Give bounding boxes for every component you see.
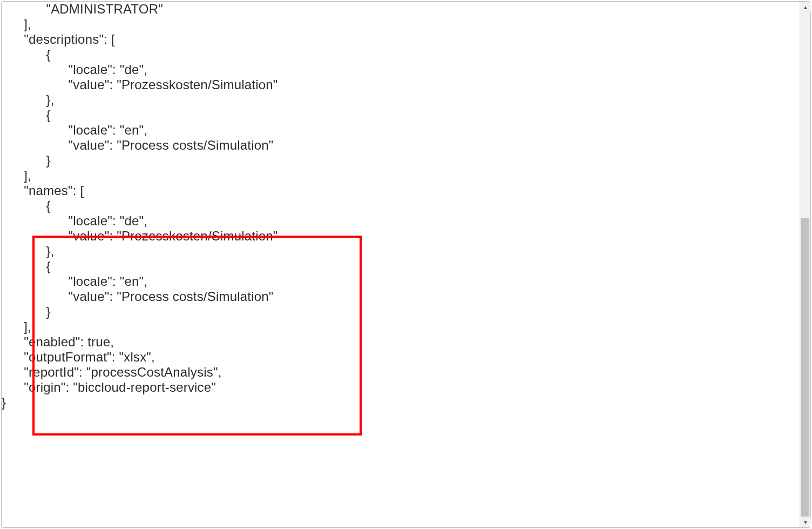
code-line: ], [2,168,278,183]
code-line: { [2,47,278,62]
code-line: }, [2,92,278,108]
code-line: "outputFormat": "xlsx", [2,350,278,365]
chevron-up-icon: ▲ [803,4,808,10]
code-line: "ADMINISTRATOR" [2,2,278,17]
code-line: "locale": "en", [2,274,278,289]
json-code-block: "ADMINISTRATOR" ], "descriptions": [ { "… [2,2,278,410]
code-content-area[interactable]: "ADMINISTRATOR" ], "descriptions": [ { "… [2,2,799,527]
code-line: } [2,153,278,168]
code-line: ], [2,319,278,334]
code-line: "value": "Prozesskosten/Simulation" [2,229,278,244]
code-line: "locale": "en", [2,123,278,138]
code-line: "locale": "de", [2,213,278,229]
code-panel: "ADMINISTRATOR" ], "descriptions": [ { "… [1,1,811,528]
code-line: { [2,259,278,274]
code-line: { [2,198,278,213]
scroll-up-button[interactable]: ▲ [800,2,811,12]
vertical-scrollbar[interactable]: ▲ ▼ [800,2,810,527]
scrollbar-thumb[interactable] [801,218,809,518]
scroll-down-button[interactable]: ▼ [800,517,811,527]
code-line: "descriptions": [ [2,32,278,47]
code-line: }, [2,244,278,259]
code-line: { [2,108,278,123]
code-line: "enabled": true, [2,334,278,350]
code-line: "locale": "de", [2,62,278,77]
code-line: "value": "Process costs/Simulation" [2,138,278,153]
code-line: } [2,304,278,319]
code-line: "value": "Prozesskosten/Simulation" [2,77,278,92]
code-line: ], [2,17,278,32]
chevron-down-icon: ▼ [803,519,808,525]
code-line: "origin": "biccloud-report-service" [2,380,278,395]
code-line: "names": [ [2,183,278,198]
code-line: } [2,395,278,410]
code-line: "reportId": "processCostAnalysis", [2,365,278,380]
code-line: "value": "Process costs/Simulation" [2,289,278,304]
